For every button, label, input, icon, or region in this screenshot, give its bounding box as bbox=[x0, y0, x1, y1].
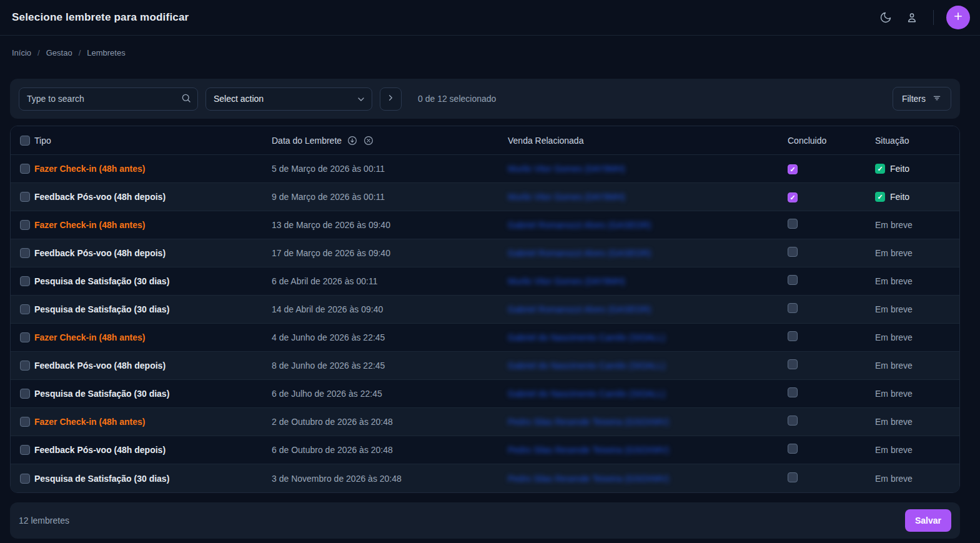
lembrete-tipo-label: Pesquisa de Satisfação (30 dias) bbox=[34, 389, 169, 399]
venda-relacionada-link[interactable]: Pedro Silas Resende Teixeira (GSOXMV) bbox=[508, 445, 669, 455]
lembrete-tipo-label: Fazer Check-in (48h antes) bbox=[34, 417, 145, 427]
lembrete-date: 6 de Outubro de 2026 às 20:48 bbox=[272, 445, 393, 455]
venda-relacionada-link[interactable]: Murilo Vitor Gomes (0AY9MH) bbox=[508, 276, 625, 286]
row-select-checkbox[interactable] bbox=[20, 389, 30, 399]
venda-relacionada-link[interactable]: Gabriel Romanozzi Alves (GASEOR) bbox=[508, 304, 651, 314]
sort-direction-icon[interactable] bbox=[347, 135, 358, 146]
concluido-checkbox[interactable] bbox=[788, 247, 798, 257]
column-header-venda[interactable]: Venda Relacionada bbox=[508, 136, 583, 146]
lembrete-date: 2 de Outubro de 2026 às 20:48 bbox=[272, 417, 393, 427]
venda-relacionada-link[interactable]: Gabriel do Nascimento Camilo (SIOALL) bbox=[508, 332, 665, 342]
row-select-checkbox[interactable] bbox=[20, 220, 30, 230]
row-select-checkbox[interactable] bbox=[20, 417, 30, 427]
lembrete-tipo-label: Feedback Pós-voo (48h depois) bbox=[34, 361, 166, 371]
row-select-checkbox[interactable] bbox=[20, 164, 30, 174]
situacao-cell: ✓ Em breve bbox=[875, 304, 959, 314]
theme-toggle-button[interactable] bbox=[877, 9, 894, 26]
concluido-checkbox[interactable] bbox=[788, 219, 798, 229]
situacao-label: Em breve bbox=[875, 332, 913, 342]
concluido-checkbox[interactable] bbox=[788, 444, 798, 454]
concluido-checkbox[interactable] bbox=[788, 472, 798, 482]
lembretes-table: Tipo Data do Lembrete Venda Relacionada … bbox=[10, 126, 960, 493]
situacao-cell: ✓ Feito bbox=[875, 164, 959, 174]
lembrete-date: 13 de Março de 2026 às 09:40 bbox=[272, 220, 390, 230]
breadcrumb-gestao[interactable]: Gestao bbox=[46, 48, 72, 57]
table-row: Feedback Pós-voo (48h depois) 8 de Junho… bbox=[11, 352, 959, 380]
lembrete-date: 6 de Abril de 2026 às 00:11 bbox=[272, 276, 377, 286]
row-select-checkbox[interactable] bbox=[20, 248, 30, 258]
table-row: Pesquisa de Satisfação (30 dias) 6 de Ju… bbox=[11, 380, 959, 408]
row-select-checkbox[interactable] bbox=[20, 474, 30, 484]
top-bar: Selecione lembrete para modificar bbox=[0, 0, 980, 36]
concluido-checkbox[interactable] bbox=[788, 416, 798, 426]
add-lembrete-button[interactable] bbox=[946, 6, 970, 29]
concluido-checkbox[interactable] bbox=[788, 275, 798, 285]
situacao-cell: ✓ Em breve bbox=[875, 389, 959, 399]
row-select-checkbox[interactable] bbox=[20, 445, 30, 455]
selection-status: 0 de 12 selecionado bbox=[418, 94, 496, 104]
breadcrumb-inicio[interactable]: Início bbox=[12, 48, 31, 57]
concluido-checkbox[interactable] bbox=[788, 192, 798, 202]
action-select[interactable]: Select action bbox=[205, 87, 372, 111]
lembrete-date: 8 de Junho de 2026 às 22:45 bbox=[272, 361, 385, 371]
venda-relacionada-link[interactable]: Gabriel do Nascimento Camilo (SIOALL) bbox=[508, 361, 665, 371]
situacao-cell: ✓ Em breve bbox=[875, 220, 959, 230]
row-select-checkbox[interactable] bbox=[20, 332, 30, 342]
situacao-label: Feito bbox=[890, 192, 909, 202]
situacao-label: Em breve bbox=[875, 220, 913, 230]
row-select-checkbox[interactable] bbox=[20, 276, 30, 286]
situacao-label: Em breve bbox=[875, 474, 913, 484]
plus-icon bbox=[953, 11, 964, 24]
table-row: Pesquisa de Satisfação (30 dias) 3 de No… bbox=[11, 464, 959, 492]
column-header-situacao[interactable]: Situação bbox=[875, 136, 909, 146]
situacao-label: Em breve bbox=[875, 445, 913, 455]
row-select-checkbox[interactable] bbox=[20, 304, 30, 314]
situacao-label: Feito bbox=[890, 164, 909, 174]
venda-relacionada-link[interactable]: Gabriel Romanozzi Alves (GASEOR) bbox=[508, 248, 651, 258]
lembrete-tipo-label: Feedback Pós-voo (48h depois) bbox=[34, 192, 166, 202]
topbar-divider bbox=[933, 10, 934, 25]
situacao-label: Em breve bbox=[875, 276, 913, 286]
search-input[interactable] bbox=[19, 87, 198, 111]
moon-icon bbox=[879, 11, 892, 24]
concluido-checkbox[interactable] bbox=[788, 164, 798, 174]
venda-relacionada-link[interactable]: Gabriel Romanozzi Alves (GASEOR) bbox=[508, 220, 651, 230]
search-icon bbox=[181, 92, 192, 106]
row-select-checkbox[interactable] bbox=[20, 361, 30, 371]
situacao-label: Em breve bbox=[875, 417, 913, 427]
remove-sort-icon[interactable] bbox=[363, 135, 374, 146]
venda-relacionada-link[interactable]: Gabriel do Nascimento Camilo (SIOALL) bbox=[508, 389, 665, 399]
situacao-label: Em breve bbox=[875, 389, 913, 399]
venda-relacionada-link[interactable]: Pedro Silas Resende Teixeira (GSOXMV) bbox=[508, 417, 669, 427]
concluido-checkbox[interactable] bbox=[788, 387, 798, 397]
lembrete-date: 17 de Março de 2026 às 09:40 bbox=[272, 248, 390, 258]
table-header-row: Tipo Data do Lembrete Venda Relacionada … bbox=[11, 126, 959, 155]
column-header-data[interactable]: Data do Lembrete bbox=[272, 136, 342, 146]
lembrete-date: 4 de Junho de 2026 às 22:45 bbox=[272, 332, 385, 342]
column-header-tipo[interactable]: Tipo bbox=[34, 136, 51, 146]
concluido-checkbox[interactable] bbox=[788, 303, 798, 313]
venda-relacionada-link[interactable]: Murilo Vitor Gomes (0AY9MH) bbox=[508, 192, 625, 202]
user-menu-button[interactable] bbox=[903, 9, 921, 26]
column-header-concluido[interactable]: Concluido bbox=[788, 136, 826, 146]
select-all-checkbox[interactable] bbox=[20, 136, 30, 146]
breadcrumb-lembretes: Lembretes bbox=[87, 48, 125, 57]
concluido-checkbox[interactable] bbox=[788, 359, 798, 369]
run-action-button[interactable] bbox=[380, 87, 402, 111]
lembrete-tipo-label: Pesquisa de Satisfação (30 dias) bbox=[34, 304, 169, 314]
lembrete-tipo-label: Fazer Check-in (48h antes) bbox=[34, 332, 145, 342]
situacao-label: Em breve bbox=[875, 361, 913, 371]
table-row: Feedback Pós-voo (48h depois) 17 de Març… bbox=[11, 239, 959, 267]
chevron-right-icon bbox=[386, 93, 395, 104]
concluido-checkbox[interactable] bbox=[788, 331, 798, 341]
lembrete-date: 3 de Novembro de 2026 às 20:48 bbox=[272, 474, 402, 484]
venda-relacionada-link[interactable]: Pedro Silas Resende Teixeira (GSOXMV) bbox=[508, 474, 669, 484]
venda-relacionada-link[interactable]: Murilo Vitor Gomes (0AY9MH) bbox=[508, 164, 625, 174]
lembrete-tipo-label: Pesquisa de Satisfação (30 dias) bbox=[34, 474, 169, 484]
lembrete-tipo-label: Pesquisa de Satisfação (30 dias) bbox=[34, 276, 169, 286]
footer-bar: 12 lembretes Salvar bbox=[10, 502, 960, 539]
situacao-label: Em breve bbox=[875, 304, 913, 314]
save-button[interactable]: Salvar bbox=[905, 509, 951, 532]
filters-button[interactable]: Filters bbox=[893, 87, 951, 111]
row-select-checkbox[interactable] bbox=[20, 192, 30, 202]
